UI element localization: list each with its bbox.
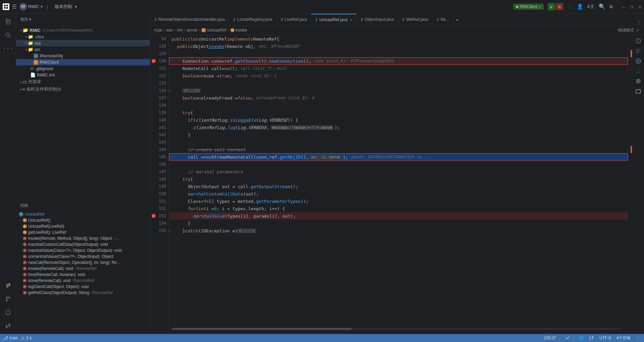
right-panel-icon-4[interactable] — [635, 68, 641, 75]
tab-actions[interactable]: ⋮ — [634, 20, 644, 25]
indent[interactable]: 4个空格 — [615, 335, 632, 341]
tab-unicastref[interactable]: J UnicastRef.java ✕ — [311, 14, 357, 25]
project-badge: RM — [19, 3, 27, 10]
tree-item-out[interactable]: ▾ 📁 out — [16, 40, 150, 46]
tab-locateregistry[interactable]: J LocateRegistry.java — [229, 14, 277, 25]
bc-rmi[interactable]: rmi — [177, 28, 182, 33]
struct-item-12[interactable]: m getRefClass(ObjectOutput): String ↑Rem… — [16, 290, 150, 296]
tab-close-3[interactable]: ✕ — [350, 18, 352, 22]
svg-rect-31 — [636, 51, 641, 51]
linenum-133: 133 — [150, 79, 169, 87]
project-name[interactable]: RMIC — [28, 4, 39, 9]
tree-item-rmiclient[interactable]: C RMIClient — [16, 59, 150, 65]
encoding[interactable]: UTF-8 — [598, 336, 612, 340]
fold-indicator-155[interactable]: ▸ — [169, 228, 171, 233]
activity-run[interactable]: ! — [3, 280, 13, 291]
struct-item-3[interactable]: m invoke(Remote, Method, Object[], long)… — [16, 235, 150, 241]
tree-item-rmic[interactable]: ▾ 📁 RMIC C:\Users\14341\Desktop\RMIC — [16, 27, 150, 34]
kw-class-54: class — [187, 37, 201, 42]
bc-sun[interactable]: sun — [166, 28, 173, 33]
struct-item-7[interactable]: m newCall(RemoteObject, Operation[], int… — [16, 260, 150, 266]
mn-invoke-underline: invoke — [209, 44, 224, 49]
tab-re[interactable]: J Re... — [433, 14, 453, 25]
svg-rect-10 — [7, 22, 8, 23]
struct-item-1[interactable]: m UnicastRef(LiveRef) — [16, 223, 150, 229]
status-lang-icon[interactable]: 🌐 — [578, 336, 585, 340]
activity-search[interactable] — [3, 30, 13, 40]
fold-indicator-134[interactable]: ▸ — [169, 88, 171, 93]
minimize-button[interactable]: — — [622, 4, 625, 9]
translate-icon[interactable]: A文 — [587, 4, 595, 10]
git-status[interactable]: ⎇ main — [3, 335, 18, 341]
run-config[interactable]: ● RMIClient ▾ — [513, 4, 544, 10]
tree-item-src[interactable]: ▾ 📁 src — [16, 46, 150, 53]
bc-invoke-item[interactable]: m invoke — [230, 28, 247, 33]
git-check-icon[interactable] — [564, 335, 571, 341]
struct-item-5[interactable]: m marshalValue(Class<?>, Object, ObjectO… — [16, 247, 150, 253]
tab-liveref[interactable]: J LiveRef.java — [277, 14, 311, 25]
struct-item-0[interactable]: m UnicastRef() — [16, 217, 150, 223]
struct-item-11[interactable]: m logClientCall(Object, Object): void — [16, 284, 150, 290]
more-actions-icon[interactable]: ⋮ — [567, 3, 573, 10]
bc-invoke[interactable]: invoke — [235, 28, 247, 33]
tabs-more[interactable]: ▸ — [453, 14, 462, 25]
hamburger-menu[interactable]: ☰ — [12, 3, 17, 10]
bc-unicastref-item[interactable]: C UnicastRef — [202, 28, 226, 33]
search-icon[interactable]: 🔍 — [599, 3, 605, 10]
right-panel-icon-3[interactable] — [635, 58, 641, 65]
right-panel-icon-5[interactable] — [635, 78, 641, 86]
line-ending[interactable]: LF — [588, 336, 595, 340]
activity-notifications[interactable]: ! — [3, 307, 13, 318]
struct-item-2[interactable]: m getLiveRef(): LiveRef — [16, 229, 150, 235]
hscrollbar-track[interactable] — [172, 328, 621, 330]
tree-item-gitignore[interactable]: ⊙ .gitignore — [16, 65, 150, 72]
right-panel-icon-2[interactable] — [635, 48, 641, 55]
close-button[interactable]: ✕ — [639, 4, 641, 9]
struct-item-8[interactable]: m invoke(RemoteCall): void ↑RemoteRef — [16, 266, 150, 272]
reading-mode-toggle[interactable]: 阅读模式 ✓ — [614, 27, 644, 33]
activity-files[interactable] — [3, 16, 13, 27]
struct-item-4[interactable]: m marshalCustomCallData(ObjectOutput): v… — [16, 241, 150, 247]
user-icon[interactable]: 👤 — [577, 3, 583, 10]
code-content-area[interactable]: public class UnicastRef implements Remot… — [169, 35, 628, 334]
settings-icon[interactable]: ⚙ — [609, 3, 613, 10]
struct-item-10[interactable]: m done(RemoteCall): void ↑RemoteRef — [16, 278, 150, 284]
tab-remoteobjinvocationhandler[interactable]: J RemoteObjectInvocationHandler.java — [150, 14, 229, 25]
sidebar-title[interactable]: 项目 ▾ — [20, 17, 31, 22]
svg-point-11 — [6, 33, 9, 36]
code-line-149: ObjectOutput out = call.getOutputStream(… — [169, 183, 628, 190]
version-dropdown[interactable]: ▾ — [75, 4, 77, 9]
struct-item-6[interactable]: m unmarshalValue(Class<?>, ObjectInput):… — [16, 253, 150, 260]
run-button[interactable]: ▶ — [548, 3, 555, 10]
maximize-button[interactable]: ❐ — [630, 4, 633, 9]
activity-more[interactable]: ··· — [3, 43, 13, 54]
tree-item-iremoteobj[interactable]: I IRemoteObj — [16, 53, 150, 59]
tree-item-extlib[interactable]: ▸ 🗃 外部库 — [16, 78, 150, 86]
svg-text:!: ! — [9, 283, 10, 286]
activity-git[interactable] — [3, 294, 13, 304]
bc-rtjar[interactable]: rt.jar — [154, 28, 162, 33]
bc-unicastref[interactable]: UnicastRef — [207, 28, 226, 33]
error-status[interactable]: ⚠ 0 ℹ — [21, 336, 32, 341]
read-check[interactable]: ✓ — [635, 335, 641, 341]
struct-item-9[interactable]: m free(RemoteCall, boolean): void — [16, 272, 150, 278]
tab-objectinput[interactable]: J ObjectInput.java — [357, 14, 398, 25]
paren-150: (out); — [243, 191, 259, 196]
right-panel-icon-6[interactable] — [635, 88, 641, 96]
folded-code-134[interactable]: /*...*/ — [182, 89, 201, 93]
project-dropdown[interactable]: ▾ — [41, 4, 43, 9]
stop-button[interactable]: ■ — [556, 3, 563, 10]
tab-icon-1: J — [233, 17, 235, 21]
struct-root[interactable]: C UnicastRef — [16, 211, 150, 217]
tree-item-idea[interactable]: ▸ 📁 .idea — [16, 34, 150, 40]
bc-server[interactable]: server — [186, 28, 198, 33]
right-panel-icon-1[interactable] — [635, 38, 641, 45]
tab-method[interactable]: J Method.java — [398, 14, 433, 25]
tree-item-rmiciml[interactable]: 📄 RMIC.iml — [16, 72, 150, 78]
run-dropdown[interactable]: ▾ — [539, 4, 541, 9]
version-control[interactable]: 版本控制 — [55, 4, 72, 10]
activity-plugins[interactable] — [3, 321, 13, 331]
tree-item-scratch[interactable]: ▸ ≡ 临时文件和控制台 — [16, 86, 150, 93]
folded-155[interactable]: { ... } — [237, 229, 256, 233]
cursor-position[interactable]: 155:37 — [542, 336, 557, 340]
